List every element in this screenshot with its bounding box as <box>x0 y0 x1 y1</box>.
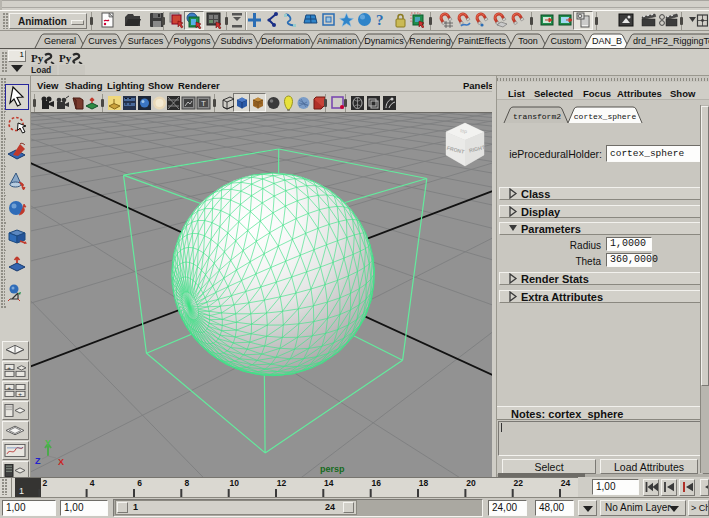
svg-text:Py: Py <box>59 52 72 64</box>
svg-text:Rendering: Rendering <box>409 36 451 46</box>
svg-text:Z: Z <box>35 456 41 466</box>
svg-text:General: General <box>44 36 76 46</box>
svg-text:?: ? <box>376 12 384 28</box>
svg-text:16: 16 <box>371 478 381 488</box>
svg-text:drd_HF2_RiggingToo: drd_HF2_RiggingToo <box>633 36 709 46</box>
svg-text:Toon: Toon <box>518 36 538 46</box>
svg-text:Surfaces: Surfaces <box>128 36 164 46</box>
svg-text:4: 4 <box>90 478 95 488</box>
svg-text:Y: Y <box>45 438 51 448</box>
svg-text:T: T <box>201 99 206 108</box>
svg-text:12: 12 <box>277 478 287 488</box>
svg-text:Curves: Curves <box>88 36 117 46</box>
svg-text:Dynamics: Dynamics <box>364 36 404 46</box>
svg-text:8: 8 <box>184 478 189 488</box>
svg-text:Animation: Animation <box>317 36 357 46</box>
svg-text:2: 2 <box>42 478 47 488</box>
svg-text:Custom: Custom <box>550 36 581 46</box>
svg-text:22: 22 <box>513 478 523 488</box>
svg-text:Deformation: Deformation <box>261 36 310 46</box>
svg-text:20: 20 <box>466 478 476 488</box>
svg-text:+: + <box>7 384 11 390</box>
svg-text:18: 18 <box>419 478 429 488</box>
svg-text:transform2: transform2 <box>513 112 561 121</box>
svg-text:+: + <box>18 390 22 396</box>
svg-text:cortex_sphere: cortex_sphere <box>574 112 637 121</box>
svg-text:14: 14 <box>324 478 334 488</box>
svg-text:Polygons: Polygons <box>173 36 211 46</box>
svg-text:+: + <box>7 364 11 370</box>
svg-text:6: 6 <box>137 478 142 488</box>
svg-text:top: top <box>460 127 468 134</box>
svg-text:DAN_B: DAN_B <box>592 36 622 46</box>
svg-text:Py: Py <box>31 52 44 64</box>
svg-text:24: 24 <box>561 478 571 488</box>
svg-text:PaintEffects: PaintEffects <box>458 36 506 46</box>
svg-text:Subdivs: Subdivs <box>220 36 253 46</box>
svg-text:X: X <box>58 457 64 467</box>
svg-text:10: 10 <box>229 478 239 488</box>
